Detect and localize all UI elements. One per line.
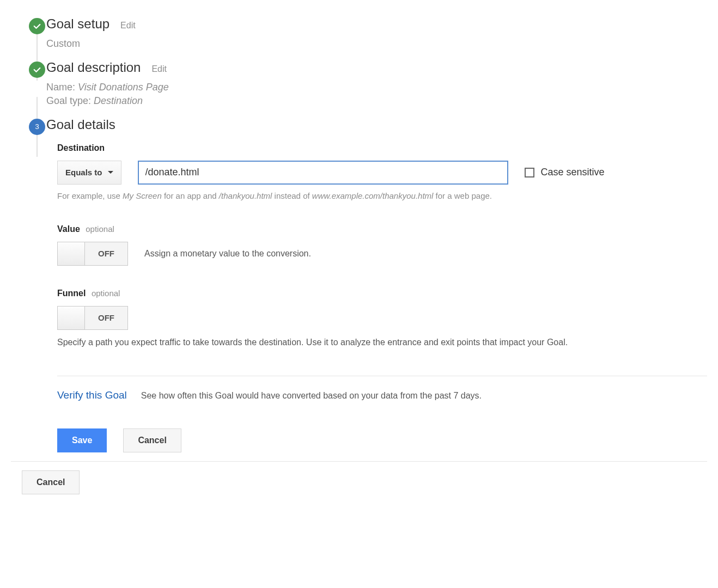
- verify-goal-link[interactable]: Verify this Goal: [57, 389, 127, 401]
- value-optional: optional: [86, 224, 114, 234]
- desc-name-label: Name:: [46, 82, 78, 93]
- destination-section: Destination Equals to Case sensitive For…: [57, 143, 707, 201]
- step-details-title: Goal details: [46, 117, 115, 132]
- step-goal-setup: Goal setup Edit Custom: [11, 16, 707, 50]
- case-sensitive-label: Case sensitive: [540, 167, 604, 177]
- funnel-toggle-state: OFF: [85, 307, 127, 329]
- step-goal-description: Goal description Edit Name: Visit Donati…: [11, 60, 707, 107]
- footer-divider: [11, 461, 707, 462]
- cancel-button[interactable]: Cancel: [123, 428, 181, 452]
- verify-description: See how often this Goal would have conve…: [141, 391, 482, 401]
- value-section: Value optional OFF Assign a monetary val…: [57, 224, 707, 266]
- save-button[interactable]: Save: [57, 428, 107, 452]
- check-icon: [29, 18, 45, 34]
- desc-type-value: Destination: [94, 95, 143, 106]
- step-number-badge: 3: [29, 119, 45, 135]
- funnel-optional: optional: [92, 289, 120, 298]
- destination-helper: For example, use My Screen for an app an…: [57, 190, 707, 201]
- value-help: Assign a monetary value to the conversio…: [144, 249, 311, 259]
- funnel-section: Funnel optional OFF Specify a path you e…: [57, 289, 707, 348]
- toggle-knob: [58, 242, 85, 265]
- edit-setup-link[interactable]: Edit: [120, 21, 136, 30]
- toggle-knob: [58, 307, 85, 329]
- check-icon: [29, 62, 45, 78]
- funnel-toggle[interactable]: OFF: [57, 306, 128, 330]
- step-description-title: Goal description: [46, 60, 141, 75]
- destination-heading: Destination: [57, 143, 707, 153]
- helper-text: for an app and: [162, 191, 219, 200]
- divider: [57, 376, 707, 376]
- helper-text: For example, use: [57, 191, 123, 200]
- action-buttons: Save Cancel: [57, 428, 707, 452]
- edit-description-link[interactable]: Edit: [151, 64, 167, 74]
- step-setup-title: Goal setup: [46, 16, 109, 32]
- funnel-heading: Funnel: [57, 289, 86, 298]
- case-sensitive-checkbox[interactable]: [525, 168, 534, 177]
- step-setup-subtitle: Custom: [46, 37, 707, 50]
- step-goal-details: 3 Goal details: [11, 117, 707, 132]
- verify-row: Verify this Goal See how often this Goal…: [57, 389, 707, 401]
- destination-input[interactable]: [138, 161, 508, 185]
- desc-name-value: Visit Donations Page: [78, 82, 169, 93]
- funnel-help: Specify a path you expect traffic to tak…: [57, 336, 618, 348]
- helper-text: /thankyou.html: [219, 191, 272, 200]
- step-description-summary: Name: Visit Donations Page Goal type: De…: [46, 81, 707, 107]
- match-type-dropdown[interactable]: Equals to: [57, 161, 121, 185]
- helper-text: for a web page.: [433, 191, 492, 200]
- value-heading: Value: [57, 224, 80, 234]
- chevron-down-icon: [108, 171, 113, 174]
- desc-type-label: Goal type:: [46, 95, 94, 106]
- match-type-label: Equals to: [65, 168, 102, 177]
- helper-text: My Screen: [123, 191, 162, 200]
- footer-cancel-button[interactable]: Cancel: [22, 470, 80, 494]
- value-toggle[interactable]: OFF: [57, 242, 128, 266]
- value-toggle-state: OFF: [85, 242, 127, 265]
- helper-text: www.example.com/thankyou.html: [312, 191, 434, 200]
- helper-text: instead of: [272, 191, 312, 200]
- step-number: 3: [35, 122, 39, 131]
